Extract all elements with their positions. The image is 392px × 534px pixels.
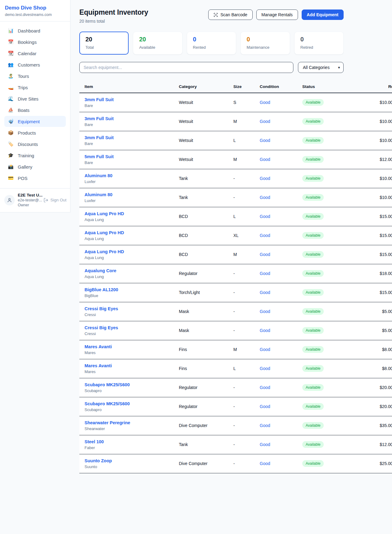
search-input[interactable] [79,62,293,73]
condition-link[interactable]: Good [260,157,270,162]
user-icon [7,197,12,203]
item-link[interactable]: Mares Avanti [85,344,179,349]
item-link[interactable]: Scubapro MK25/S600 [85,382,179,387]
nav-icon: 📊 [8,28,14,33]
sign-out-button[interactable]: Sign Out [43,198,66,203]
item-link[interactable]: Steel 100 [85,439,179,444]
category-select[interactable]: All Categories ▼ [298,62,344,73]
items-count: 20 items total [79,19,148,24]
condition-link[interactable]: Good [260,423,270,428]
item-link[interactable]: Aluminum 80 [85,173,179,178]
user-name: E2E Test U... [18,193,40,197]
stat-card-rented[interactable]: 0 Rented [187,32,236,55]
category-cell: Tank [179,435,233,454]
sidebar-item-equipment[interactable]: 🤿 Equipment [4,116,66,127]
size-cell: - [233,321,260,340]
condition-link[interactable]: Good [260,233,270,238]
size-cell: - [233,435,260,454]
sidebar-item-pos[interactable]: 💳 POS [4,173,66,184]
page-header: Equipment Inventory 20 items total Scan … [79,8,344,24]
rental-cell: $25.00/day [367,454,392,473]
sidebar-item-dive-sites[interactable]: 🌊 Dive Sites [4,93,66,104]
item-link[interactable]: Aqua Lung Pro HD [85,230,179,235]
item-link[interactable]: 3mm Full Suit [85,135,179,140]
size-cell: - [233,302,260,321]
item-brand: Bare [85,141,179,146]
item-link[interactable]: Shearwater Peregrine [85,420,179,425]
stat-card-retired[interactable]: 0 Retired [294,32,344,55]
stat-card-total[interactable]: 20 Total [79,32,129,55]
item-link[interactable]: Suunto Zoop [85,458,179,463]
status-badge: Available [302,99,324,106]
condition-link[interactable]: Good [260,138,270,143]
item-link[interactable]: 5mm Full Suit [85,154,179,159]
condition-link[interactable]: Good [260,404,270,409]
scan-barcode-label: Scan Barcode [221,12,247,17]
sidebar-nav: 📊 Dashboard 📅 Bookings 📆 Calendar 👥 Cust… [0,21,70,188]
status-badge: Available [302,308,324,315]
item-link[interactable]: Aluminum 80 [85,192,179,197]
size-cell: - [233,378,260,397]
filters-row: All Categories ▼ [79,62,344,73]
condition-link[interactable]: Good [260,442,270,447]
manage-rentals-label: Manage Rentals [262,12,293,17]
condition-link[interactable]: Good [260,366,270,371]
condition-link[interactable]: Good [260,461,270,466]
sidebar-item-dashboard[interactable]: 📊 Dashboard [4,25,66,36]
condition-link[interactable]: Good [260,252,270,257]
rental-cell: $20.00/day [367,378,392,397]
item-link[interactable]: Scubapro MK25/S600 [85,401,179,406]
sidebar-item-boats[interactable]: ⛵ Boats [4,105,66,116]
table-row-scubapro-mk25-s600: Scubapro MK25/S600 Scubapro Regulator - … [79,378,392,397]
condition-link[interactable]: Good [260,309,270,314]
condition-link[interactable]: Good [260,100,270,105]
sidebar-item-tours[interactable]: 🏝️ Tours [4,71,66,82]
sidebar-item-training[interactable]: 🎓 Training [4,150,66,161]
sidebar-item-customers[interactable]: 👥 Customers [4,59,66,70]
sidebar-item-calendar[interactable]: 📆 Calendar [4,48,66,59]
nav-label: Customers [18,62,40,67]
nav-label: Dive Sites [18,96,39,101]
sidebar-item-gallery[interactable]: 📸 Gallery [4,161,66,172]
condition-link[interactable]: Good [260,290,270,295]
item-link[interactable]: Aqua Lung Pro HD [85,211,179,216]
nav-label: POS [18,176,28,181]
stat-value: 20 [85,36,123,43]
status-badge: Available [302,422,324,429]
item-link[interactable]: Mares Avanti [85,363,179,368]
rental-cell: $18.00/day [367,264,392,283]
table-row-3mm-full-suit: 3mm Full Suit Bare Wetsuit M Good Availa… [79,112,392,131]
condition-link[interactable]: Good [260,271,270,276]
item-link[interactable]: Aqualung Core [85,268,179,273]
manage-rentals-button[interactable]: Manage Rentals [256,10,298,20]
stat-card-available[interactable]: 20 Available [133,32,182,55]
item-link[interactable]: 3mm Full Suit [85,116,179,121]
category-cell: Regulator [179,397,233,416]
scan-barcode-button[interactable]: Scan Barcode [208,10,253,20]
item-link[interactable]: BigBlue AL1200 [85,287,179,292]
condition-link[interactable]: Good [260,385,270,390]
sidebar-item-bookings[interactable]: 📅 Bookings [4,36,66,48]
condition-link[interactable]: Good [260,347,270,352]
item-link[interactable]: 3mm Full Suit [85,97,179,102]
condition-link[interactable]: Good [260,214,270,219]
item-link[interactable]: Cressi Big Eyes [85,325,179,330]
size-cell: M [233,245,260,264]
status-badge: Available [302,156,324,163]
status-badge: Available [302,384,324,391]
sidebar-item-products[interactable]: 📦 Products [4,127,66,138]
item-link[interactable]: Cressi Big Eyes [85,306,179,311]
category-cell: Dive Computer [179,454,233,473]
item-link[interactable]: Aqua Lung Pro HD [85,249,179,254]
item-brand: Scubapro [85,388,179,393]
add-equipment-button[interactable]: Add Equipment [302,10,344,20]
sidebar-item-trips[interactable]: 🚤 Trips [4,82,66,93]
condition-link[interactable]: Good [260,328,270,333]
stat-card-maintenance[interactable]: 0 Maintenance [240,32,290,55]
stat-label: Available [139,45,176,50]
size-cell: L [233,131,260,150]
sidebar-item-discounts[interactable]: 🏷️ Discounts [4,139,66,150]
condition-link[interactable]: Good [260,195,270,200]
condition-link[interactable]: Good [260,176,270,181]
condition-link[interactable]: Good [260,119,270,124]
